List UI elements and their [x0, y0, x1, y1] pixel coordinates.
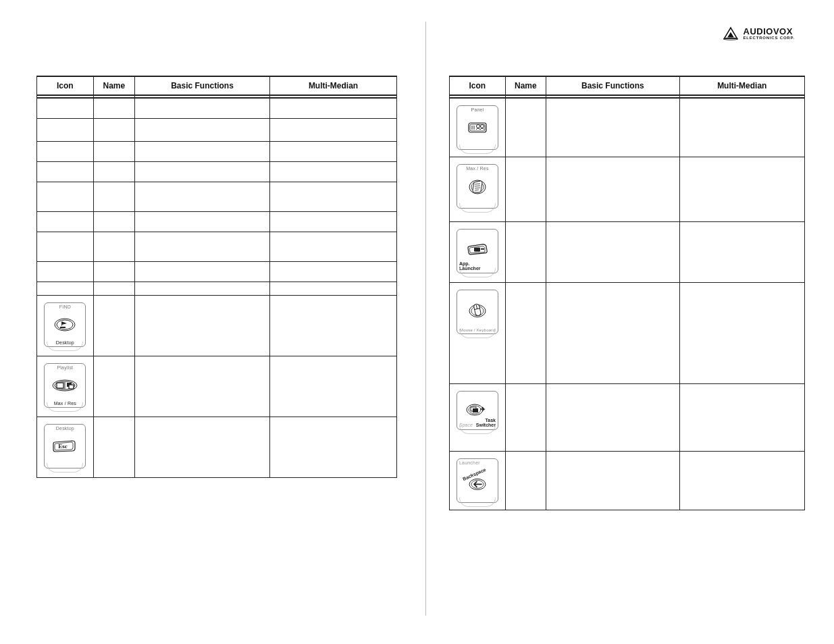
key-find-desktop-icon: FIND Desktop — [41, 300, 88, 350]
key-panel-icon: Panel — [454, 103, 501, 153]
th-name: Name — [93, 76, 134, 95]
table-row — [37, 281, 397, 295]
table-row — [37, 118, 397, 141]
th-icon: Icon — [450, 76, 506, 95]
table-row: Task Switcher Space — [450, 384, 805, 452]
svg-rect-6 — [57, 383, 63, 388]
table-row: Desktop Esc — [37, 417, 397, 477]
key-app-launcher-icon: App. Launcher — [454, 226, 501, 276]
table-row: App. Launcher — [450, 222, 805, 283]
key-playlist-maxres-icon: Playlist Max / Res — [41, 360, 88, 410]
key-backspace-icon: Launcher Backspace — [454, 456, 501, 506]
th-func: Basic Functions — [546, 76, 680, 95]
table-row — [37, 182, 397, 211]
svg-rect-3 — [60, 327, 66, 328]
key-task-switcher-icon: Task Switcher Space — [454, 388, 501, 433]
svg-rect-9 — [69, 385, 74, 389]
table-row — [37, 141, 397, 161]
page-left: Icon Name Basic Functions Multi-Median — [18, 22, 416, 616]
table-row: Panel — [450, 98, 805, 157]
table-row — [37, 232, 397, 261]
key-desktop-esc-icon: Desktop Esc — [41, 421, 88, 471]
th-icon: Icon — [37, 76, 94, 95]
table-row — [37, 261, 397, 281]
svg-rect-23 — [474, 248, 480, 252]
table-row — [37, 211, 397, 232]
th-func: Basic Functions — [134, 76, 269, 95]
svg-rect-24 — [481, 248, 484, 250]
th-name: Name — [505, 76, 546, 95]
table-row: Launcher Backspace — [450, 452, 805, 510]
key-maxres-icon: Max / Res — [454, 161, 501, 211]
svg-point-1 — [55, 319, 75, 331]
svg-text:Esc: Esc — [59, 443, 68, 450]
table-row — [37, 98, 397, 118]
svg-rect-32 — [473, 408, 478, 412]
table-right: Icon Name Basic Functions Multi-Median P… — [449, 76, 805, 510]
table-row — [37, 161, 397, 182]
table-left: Icon Name Basic Functions Multi-Median — [36, 76, 397, 478]
table-row: Playlist Max / Res — [37, 356, 397, 417]
table-row: FIND Desktop — [37, 295, 397, 356]
table-row: Mouse / Keyboard — [450, 283, 805, 384]
key-mouse-keyboard-icon: Mouse / Keyboard — [454, 287, 501, 337]
table-row: Max / Res — [450, 157, 805, 222]
th-mm: Multi-Median — [679, 76, 804, 95]
th-mm: Multi-Median — [270, 76, 397, 95]
page-right: Icon Name Basic Functions Multi-Median P… — [425, 22, 824, 616]
